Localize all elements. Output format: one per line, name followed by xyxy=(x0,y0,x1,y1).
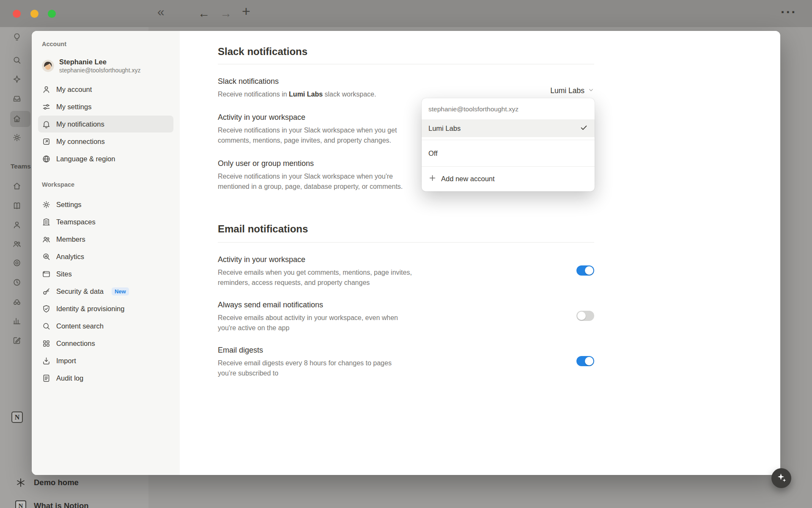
plus-icon xyxy=(428,174,436,184)
sidebar-item-teamspaces[interactable]: Teamspaces xyxy=(38,213,173,230)
arrow-up-right-square-icon xyxy=(42,137,51,146)
dropdown-option-off[interactable]: Off xyxy=(422,143,595,164)
shield-check-icon xyxy=(42,304,51,313)
sparkle-icon xyxy=(776,472,787,484)
asterisk-icon xyxy=(15,477,26,488)
workspace-section-label: Workspace xyxy=(42,181,173,188)
account-user-row[interactable]: Stephanie Lee stephanie@toolsforthought.… xyxy=(38,55,173,76)
row-title: Email digests xyxy=(218,345,539,355)
dropdown-add-new-account[interactable]: Add new account xyxy=(422,169,595,188)
inbox-icon[interactable] xyxy=(12,94,22,103)
clock-icon[interactable] xyxy=(12,278,22,287)
email-section: Email notifications Activity in your wor… xyxy=(218,222,594,378)
row-title: Activity in your workspace xyxy=(218,254,539,265)
sidebar-item-settings[interactable]: Settings xyxy=(38,196,173,213)
avatar xyxy=(42,60,54,72)
key-icon xyxy=(42,287,51,296)
sidebar-item-analytics[interactable]: Analytics xyxy=(38,248,173,265)
traffic-light-zoom[interactable] xyxy=(48,10,56,18)
gear-icon xyxy=(42,200,51,209)
binoculars-icon[interactable] xyxy=(12,297,22,306)
home-icon[interactable] xyxy=(12,114,22,124)
forward-icon[interactable]: → xyxy=(220,5,232,22)
sidebar-item-content-search[interactable]: Content search xyxy=(38,318,173,334)
sidebar-collapse-icon[interactable]: « xyxy=(157,3,165,20)
slack-section-title: Slack notifications xyxy=(218,45,594,58)
sidebar-item-label: Demo home xyxy=(34,478,79,487)
gear-icon[interactable] xyxy=(12,133,22,142)
sidebar-item-members[interactable]: Members xyxy=(38,231,173,248)
slack-workspace-dropdown: stephanie@toolsforthought.xyz Lumi Labs … xyxy=(422,98,595,191)
document-icon xyxy=(42,374,51,383)
row-title: Slack notifications xyxy=(218,76,594,86)
compose-icon[interactable] xyxy=(12,336,22,345)
settings-modal: Account Stephanie Lee stephanie@toolsfor… xyxy=(32,31,780,475)
toggle-knob xyxy=(577,312,586,320)
back-icon[interactable]: ← xyxy=(198,5,210,22)
globe-icon xyxy=(42,155,51,163)
notion-page-icon: N xyxy=(15,500,26,508)
people-icon[interactable] xyxy=(12,239,22,248)
target-icon[interactable] xyxy=(12,258,22,268)
sidebar-item-security-data[interactable]: Security & data New xyxy=(38,283,173,300)
settings-sidebar: Account Stephanie Lee stephanie@toolsfor… xyxy=(32,31,180,475)
screen: « ← → + ··· Teams N Demo home N What is … xyxy=(0,0,812,508)
sidebar-item-my-connections[interactable]: My connections xyxy=(38,133,173,150)
new-badge: New xyxy=(112,287,129,295)
notion-logo[interactable]: N xyxy=(11,411,23,423)
sidebar-item-demo-home[interactable]: Demo home xyxy=(15,477,79,488)
sidebar-item-import[interactable]: Import xyxy=(38,352,173,369)
sidebar-item-identity-provisioning[interactable]: Identity & provisioning xyxy=(38,300,173,317)
sidebar-item-language-region[interactable]: Language & region xyxy=(38,150,173,167)
toggle-knob xyxy=(585,357,593,365)
book-icon[interactable] xyxy=(12,201,22,210)
lightbulb-icon[interactable] xyxy=(12,33,22,42)
search-icon xyxy=(42,322,51,331)
ai-assistant-button[interactable] xyxy=(771,468,791,488)
settings-content: Slack notifications Slack notifications … xyxy=(180,31,780,475)
sidebar-item-my-settings[interactable]: My settings xyxy=(38,98,173,115)
sliders-icon xyxy=(42,102,51,111)
row-desc: Receive email digests every 8 hours for … xyxy=(218,358,539,378)
search-icon[interactable] xyxy=(12,55,22,65)
browser-icon xyxy=(42,270,51,279)
row-desc: Receive emails when you get comments, me… xyxy=(218,268,539,288)
sidebar-item-what-is-notion[interactable]: N What is Notion xyxy=(15,500,88,508)
user-email: stephanie@toolsforthought.xyz xyxy=(59,66,140,74)
chevron-down-icon xyxy=(588,86,594,95)
email-digests-toggle[interactable] xyxy=(576,356,594,366)
more-options-icon[interactable]: ··· xyxy=(781,3,797,20)
slack-workspace-row: Slack notifications Receive notification… xyxy=(218,76,594,99)
row-desc: Receive emails about activity in your wo… xyxy=(218,313,539,333)
person-icon xyxy=(42,85,51,94)
toggle-knob xyxy=(585,266,593,275)
sidebar-item-my-notifications[interactable]: My notifications xyxy=(38,116,173,133)
sidebar-item-label: What is Notion xyxy=(34,501,88,508)
new-tab-icon[interactable]: + xyxy=(242,3,250,19)
chart-icon[interactable] xyxy=(12,316,22,326)
sidebar-item-sites[interactable]: Sites xyxy=(38,265,173,282)
check-icon xyxy=(580,124,588,133)
home-icon[interactable] xyxy=(12,182,22,191)
sidebar-item-audit-log[interactable]: Audit log xyxy=(38,370,173,387)
people-icon xyxy=(42,235,51,244)
sidebar-item-my-account[interactable]: My account xyxy=(38,81,173,98)
traffic-light-close[interactable] xyxy=(13,10,21,18)
account-section-label: Account xyxy=(42,40,173,48)
email-always-send-row: Always send email notifications Receive … xyxy=(218,300,594,333)
email-activity-toggle[interactable] xyxy=(576,265,594,276)
person-icon[interactable] xyxy=(12,220,22,229)
email-always-send-toggle[interactable] xyxy=(576,311,594,321)
window-titlebar xyxy=(0,0,812,27)
teams-section-label: Teams xyxy=(11,163,31,170)
dropdown-option-lumi-labs[interactable]: Lumi Labs xyxy=(422,119,595,137)
email-activity-row: Activity in your workspace Receive email… xyxy=(218,254,594,288)
grid-icon xyxy=(42,339,51,348)
sidebar-item-connections[interactable]: Connections xyxy=(38,335,173,352)
slack-workspace-select[interactable]: Lumi Labs xyxy=(550,86,594,95)
magnifier-chart-icon xyxy=(42,252,51,261)
bell-icon xyxy=(42,120,51,129)
sparkle-icon[interactable] xyxy=(12,75,22,84)
traffic-light-minimize[interactable] xyxy=(30,10,38,18)
row-title: Always send email notifications xyxy=(218,300,539,310)
